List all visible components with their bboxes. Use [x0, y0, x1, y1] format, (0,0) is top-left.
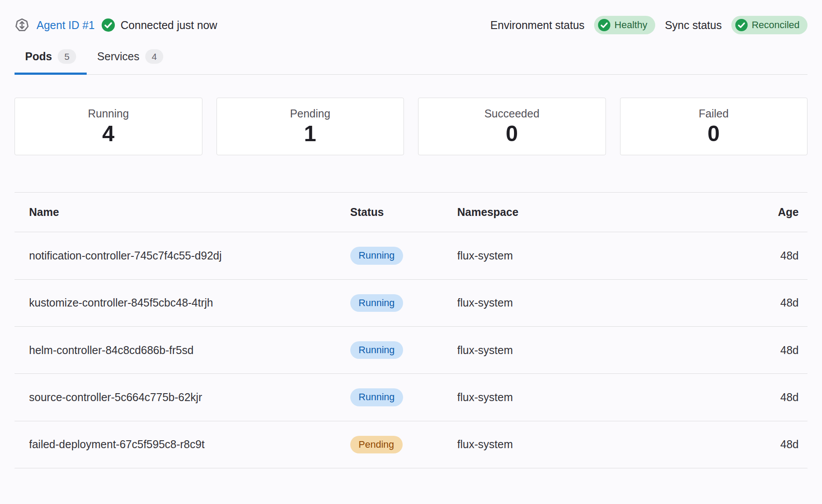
pod-namespace-cell: flux-system [443, 374, 740, 421]
pod-age-cell: 48d [740, 232, 807, 279]
card-pending: Pending 1 [217, 98, 404, 155]
card-pending-value: 1 [304, 122, 316, 146]
sync-status-label: Sync status [665, 19, 722, 32]
pod-status-cell: Running [336, 326, 443, 373]
topbar: Agent ID #1 Connected just now Environme… [15, 14, 807, 36]
column-header-namespace: Namespace [443, 193, 740, 232]
table-row: source-controller-5c664c775b-62kjr Runni… [15, 374, 807, 421]
pod-status-cell: Running [336, 232, 443, 279]
card-failed-label: Failed [699, 107, 729, 120]
column-header-age: Age [740, 193, 807, 232]
card-pending-label: Pending [290, 107, 330, 120]
pod-status-badge: Running [350, 388, 403, 406]
tab-pods-label: Pods [25, 50, 52, 63]
pod-namespace-cell: flux-system [443, 232, 740, 279]
card-running-value: 4 [102, 122, 114, 146]
environment-badge-text: Healthy [614, 20, 647, 30]
column-header-status: Status [336, 193, 443, 232]
card-succeeded: Succeeded 0 [418, 98, 606, 155]
card-failed-value: 0 [708, 122, 720, 146]
pod-namespace-cell: flux-system [443, 326, 740, 373]
connection-status: Connected just now [102, 18, 217, 32]
connected-check-icon [102, 18, 115, 32]
card-succeeded-label: Succeeded [484, 107, 539, 120]
pod-age-cell: 48d [740, 421, 807, 468]
table-row: kustomize-controller-845f5cbc48-4trjh Ru… [15, 279, 807, 326]
agent-dashboard: Agent ID #1 Connected just now Environme… [0, 0, 822, 468]
pod-summary-cards: Running 4 Pending 1 Succeeded 0 Failed 0 [15, 98, 807, 155]
pod-status-cell: Running [336, 279, 443, 326]
pod-age-cell: 48d [740, 279, 807, 326]
agent-id-link[interactable]: Agent ID #1 [37, 19, 95, 32]
pod-age-cell: 48d [740, 374, 807, 421]
agent-summary: Agent ID #1 Connected just now [15, 18, 217, 33]
connection-status-text: Connected just now [121, 19, 217, 32]
pod-namespace-cell: flux-system [443, 279, 740, 326]
environment-status-badge: Healthy [594, 16, 655, 34]
card-running-label: Running [88, 107, 129, 120]
healthy-check-icon [598, 19, 610, 31]
pod-status-cell: Pending [336, 421, 443, 468]
table-header-row: Name Status Namespace Age [15, 193, 807, 232]
pod-status-badge: Running [350, 294, 403, 312]
sync-status-badge: Reconciled [731, 16, 807, 34]
pod-age-cell: 48d [740, 326, 807, 373]
environment-status-label: Environment status [490, 19, 584, 32]
table-row: notification-controller-745c7f4c55-d92dj… [15, 232, 807, 279]
pod-name-cell: kustomize-controller-845f5cbc48-4trjh [15, 279, 336, 326]
pods-table-body: notification-controller-745c7f4c55-d92dj… [15, 232, 807, 468]
pod-status-badge: Pending [350, 436, 403, 453]
pod-status-cell: Running [336, 374, 443, 421]
card-failed: Failed 0 [620, 98, 808, 155]
tabs-bar: Pods 5 Services 4 [15, 49, 807, 75]
tab-pods[interactable]: Pods 5 [15, 49, 87, 74]
table-row: helm-controller-84c8cd686b-fr5sd Running… [15, 326, 807, 373]
tab-services-count-badge: 4 [145, 49, 164, 64]
status-summary: Environment status Healthy Sync status [490, 16, 807, 34]
card-succeeded-value: 0 [506, 122, 518, 146]
pod-name-cell: helm-controller-84c8cd686b-fr5sd [15, 326, 336, 373]
reconciled-check-icon [735, 19, 748, 31]
pod-name-cell: notification-controller-745c7f4c55-d92dj [15, 232, 336, 279]
pod-status-badge: Running [350, 247, 403, 264]
pod-name-cell: source-controller-5c664c775b-62kjr [15, 374, 336, 421]
tab-services-label: Services [97, 50, 139, 63]
kubernetes-agent-icon [15, 18, 29, 33]
pod-namespace-cell: flux-system [443, 421, 740, 468]
tab-pods-count-badge: 5 [58, 49, 76, 64]
column-header-name: Name [15, 193, 336, 232]
pod-name-cell: failed-deployment-67c5f595c8-r8c9t [15, 421, 336, 468]
sync-badge-text: Reconciled [752, 20, 800, 30]
card-running: Running 4 [15, 98, 202, 155]
tab-services[interactable]: Services 4 [87, 49, 174, 74]
pod-status-badge: Running [350, 341, 403, 359]
table-row: failed-deployment-67c5f595c8-r8c9t Pendi… [15, 421, 807, 468]
pods-table: Name Status Namespace Age notification-c… [15, 192, 807, 468]
